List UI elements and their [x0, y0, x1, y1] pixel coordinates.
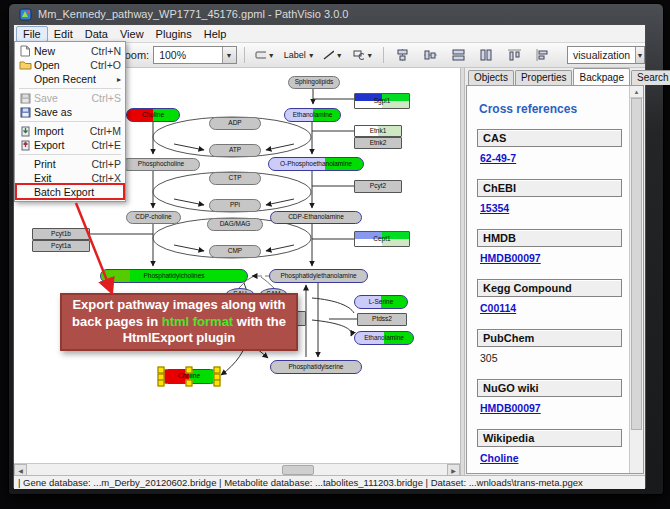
file-menu-batch-export[interactable]: Batch Export [15, 185, 125, 199]
file-menu-import[interactable]: Import Ctrl+M [15, 124, 125, 138]
crossref-header-pubchem: PubChem [477, 329, 622, 347]
selection-handle[interactable] [186, 380, 193, 387]
tab-backpage[interactable]: Backpage [573, 68, 629, 85]
pathway-node-dag-mag[interactable]: DAG/MAG [207, 218, 263, 231]
new-datanode-button[interactable]: ▼ [252, 45, 278, 65]
pathway-node-pcyt1a[interactable]: Pcyt1a [32, 240, 90, 252]
match-width-icon [452, 49, 465, 61]
pathway-node-choline[interactable]: Choline [126, 108, 180, 122]
pathway-node-ppi[interactable]: PPi [209, 199, 261, 212]
pathway-node-sphingolipids[interactable]: Sphingolipids [288, 76, 340, 89]
pathway-node-sgpl1[interactable]: Sgpl1 [354, 93, 410, 109]
pathway-node-ethanolamine[interactable]: Ethanolamine [284, 108, 341, 122]
pathway-node-ptdss2[interactable]: Ptdss2 [357, 313, 407, 326]
scroll-right-icon[interactable]: ▶ [447, 464, 460, 476]
zoom-combobox[interactable]: 100% ▼ [153, 46, 236, 64]
align-center-x-button[interactable] [391, 45, 415, 65]
pathway-node-label: Sgpl1 [374, 98, 391, 105]
pathway-node-cept1[interactable]: Cept1 [354, 231, 410, 247]
pathway-node-label: Ptdss2 [372, 316, 392, 323]
pathway-node-adp[interactable]: ADP [209, 117, 261, 130]
file-menu-open[interactable]: Open Ctrl+O [15, 58, 125, 72]
chevron-down-icon[interactable]: ▼ [635, 47, 644, 63]
label-tool-text: Label [284, 50, 306, 60]
align-top-button[interactable] [503, 45, 527, 65]
side-panel: Objects Properties Backpage Search Legen… [465, 68, 645, 475]
pathway-node-label: Choline [142, 112, 164, 119]
panel-scrollbar[interactable]: ▲ [629, 86, 643, 473]
scroll-left-icon[interactable]: ◀ [14, 464, 27, 476]
crossref-link-kegg[interactable]: C00114 [480, 302, 516, 314]
crossref-link-cas[interactable]: 62-49-7 [480, 152, 516, 164]
align-center-y-icon [424, 49, 437, 61]
pathway-node-cmp[interactable]: CMP [209, 245, 261, 258]
pathway-node-ethanolamine-2[interactable]: Ethanolamine [354, 331, 414, 345]
file-menu-export[interactable]: Export Ctrl+E [15, 138, 125, 152]
pathway-node-ctp[interactable]: CTP [209, 172, 261, 185]
pathway-node-atp[interactable]: ATP [209, 144, 261, 157]
pathway-node-label: ADP [228, 120, 241, 127]
pathway-node-phosphatidylcholines[interactable]: Phosphatidylcholines [100, 269, 248, 283]
pathway-node-label: CMP [228, 248, 242, 255]
pathway-node-label: Phosphatidylcholines [143, 273, 204, 280]
chevron-down-icon[interactable]: ▼ [222, 47, 236, 63]
file-menu-print[interactable]: Print Ctrl+P [15, 157, 125, 171]
selection-handle[interactable] [214, 380, 221, 387]
pathway-node-label: Ethanolamine [293, 112, 333, 119]
menu-separator [19, 121, 121, 122]
pathway-node-etnk2[interactable]: Etnk2 [354, 137, 402, 149]
menu-plugins[interactable]: Plugins [150, 27, 198, 41]
pathway-node-label: Sphingolipids [295, 79, 334, 86]
new-line-button[interactable]: ▼ [320, 45, 345, 65]
zoom-value: 100% [154, 49, 221, 61]
crossref-header-hmdb: HMDB [477, 229, 622, 247]
pathway-node-phosphatidylethanolamine[interactable]: Phosphatidylethanolamine [269, 269, 368, 283]
title-bar[interactable]: Mm_Kennedy_pathway_WP1771_45176.gpml - P… [9, 4, 663, 24]
match-width-button[interactable] [447, 45, 471, 65]
crossref-link-nugo[interactable]: HMDB00097 [480, 402, 541, 414]
pathway-node-cdp-choline[interactable]: CDP-choline [126, 211, 181, 224]
selection-handle[interactable] [186, 367, 193, 374]
backpage-panel: Cross references CAS 62-49-7 ChEBI 15354… [466, 85, 644, 474]
horizontal-scrollbar[interactable]: ◀ ▶ [14, 463, 460, 475]
visualization-combobox[interactable]: visualization ▼ [567, 46, 645, 64]
crossref-header-wikipedia: Wikipedia [477, 429, 622, 447]
crossref-link-chebi[interactable]: 15354 [480, 202, 509, 214]
crossref-link-wikipedia[interactable]: Choline [480, 452, 519, 464]
file-menu-new[interactable]: New Ctrl+N [15, 44, 125, 58]
align-left-button[interactable] [531, 45, 555, 65]
v-scrollbar-thumb[interactable] [631, 98, 642, 430]
match-height-button[interactable] [475, 45, 499, 65]
pathway-node-l-serine[interactable]: L-Serine [354, 295, 408, 309]
file-menu-open-recent[interactable]: Open Recent ▸ [15, 72, 125, 86]
pathway-node-pcyt1b[interactable]: Pcyt1b [32, 228, 90, 240]
menu-view[interactable]: View [114, 27, 150, 41]
menu-help[interactable]: Help [198, 27, 233, 41]
file-menu-save-as[interactable]: Save as [15, 105, 125, 119]
menu-data[interactable]: Data [79, 27, 114, 41]
pathway-node-phosphatidylserine[interactable]: Phosphatidylserine [270, 360, 362, 374]
tab-properties[interactable]: Properties [515, 70, 573, 85]
align-center-y-button[interactable] [419, 45, 443, 65]
pathway-node-phosphocholine[interactable]: Phosphocholine [122, 158, 200, 171]
tab-objects[interactable]: Objects [468, 70, 514, 85]
new-label-button[interactable]: Label ▼ [282, 45, 317, 65]
file-menu-exit[interactable]: Exit Ctrl+X [15, 171, 125, 185]
pathway-node-cdp-ethanolamine[interactable]: CDP-Ethanolamine [270, 211, 362, 224]
new-shape-button[interactable]: ▼ [350, 45, 376, 65]
menu-edit[interactable]: Edit [48, 27, 79, 41]
menu-separator [19, 154, 121, 155]
pathway-node-o-phosphoethanolamine[interactable]: O-Phosphoethanolamine [268, 157, 364, 171]
h-scrollbar-thumb[interactable] [282, 465, 314, 475]
pathway-node-choline-selected[interactable]: Choline [160, 369, 218, 384]
pathway-node-etnk1[interactable]: Etnk1 [354, 125, 402, 137]
scroll-up-icon[interactable]: ▲ [630, 86, 643, 98]
menu-file[interactable]: File [16, 26, 48, 42]
save-icon [17, 93, 34, 104]
datanode-icon [255, 50, 266, 60]
selection-handle[interactable] [158, 380, 165, 387]
pathway-node-pcyt2[interactable]: Pcyt2 [354, 180, 402, 193]
tab-search[interactable]: Search [631, 70, 670, 85]
crossref-header-nugo: NuGO wiki [477, 379, 622, 397]
crossref-link-hmdb[interactable]: HMDB00097 [480, 252, 541, 264]
